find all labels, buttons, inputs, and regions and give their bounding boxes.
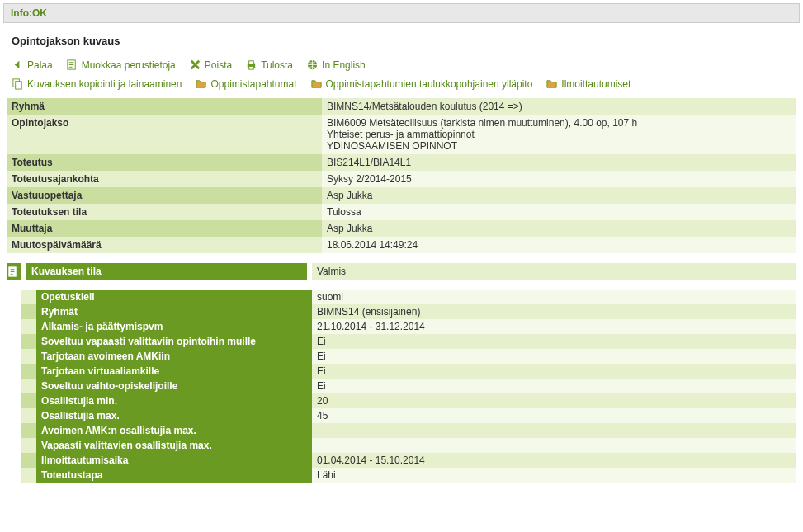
detail-stripe	[21, 438, 36, 453]
detail-label: Soveltuu vapaasti valittaviin opintoihin…	[36, 334, 312, 349]
detail-value: 01.04.2014 - 15.10.2014	[312, 453, 796, 468]
detail-stripe	[21, 319, 36, 334]
detail-stripe	[21, 379, 36, 393]
detail-label: Tarjotaan avoimeen AMKiin	[36, 349, 312, 364]
detail-value: suomi	[312, 290, 796, 304]
delete-icon	[189, 59, 201, 71]
toolbar-row-2: Kuvauksen kopiointi ja lainaaminen Oppim…	[8, 74, 795, 93]
detail-label: Vapaasti valittavien osallistujia max.	[36, 438, 312, 453]
folder-icon	[310, 78, 323, 90]
detail-stripe	[21, 349, 36, 364]
detail-value	[312, 438, 796, 453]
course-label: Opintojakso	[7, 115, 322, 154]
toolbar-row-1: Palaa Muokkaa perustietoja Poista Tulost…	[8, 55, 795, 74]
detail-value: BIMNS14 (ensisijainen)	[312, 304, 796, 319]
period-label: Toteutusajankohta	[7, 171, 322, 187]
detail-label: Osallistujia min.	[36, 393, 312, 408]
course-line2: Yhteiset perus- ja ammattiopinnot	[327, 129, 475, 140]
toolbar: Palaa Muokkaa perustietoja Poista Tulost…	[0, 52, 803, 95]
document-icon	[7, 266, 19, 278]
modifier-label: Muuttaja	[7, 220, 322, 237]
teacher-label: Vastuuopettaja	[7, 187, 322, 204]
back-label: Palaa	[27, 59, 53, 71]
desc-status-value: Valmis	[312, 263, 796, 280]
modified-value: 18.06.2014 14:49:24	[322, 237, 796, 253]
events-table-label: Oppimistapahtumien taulukkopohjainen yll…	[326, 78, 533, 90]
detail-value	[312, 423, 796, 438]
events-label: Oppimistapahtumat	[210, 78, 296, 90]
status-value: Tulossa	[322, 204, 796, 220]
detail-stripe	[21, 290, 36, 304]
folder-icon	[195, 78, 207, 90]
detail-stripe	[21, 393, 36, 408]
desc-status-row: Kuvauksen tila Valmis	[7, 263, 796, 280]
detail-label: Osallistujia max.	[36, 408, 312, 423]
detail-stripe	[21, 304, 36, 319]
detail-stripe	[21, 364, 36, 379]
english-label: In English	[322, 59, 366, 71]
back-link[interactable]: Palaa	[8, 57, 63, 73]
impl-label: Toteutus	[7, 154, 322, 171]
desc-status-label: Kuvauksen tila	[26, 263, 307, 280]
folder-icon	[546, 78, 558, 90]
doc-icon-cell	[7, 263, 21, 280]
enroll-link[interactable]: Ilmoittautumiset	[542, 76, 640, 92]
enroll-label: Ilmoittautumiset	[561, 78, 631, 90]
page-title: Opintojakson kuvaus	[0, 26, 803, 52]
events-table-link[interactable]: Oppimistapahtumien taulukkopohjainen yll…	[307, 76, 543, 92]
english-link[interactable]: In English	[303, 57, 376, 73]
summary-table: Ryhmä BIMNS14/Metsätalouden koulutus (20…	[7, 98, 796, 253]
detail-value: 45	[312, 408, 796, 423]
copy-icon	[12, 78, 24, 90]
detail-label: Alkamis- ja päättymispvm	[36, 319, 312, 334]
svg-rect-3	[249, 66, 254, 69]
detail-stripe	[21, 453, 36, 468]
detail-label: Tarjotaan virtuaaliamkille	[36, 364, 312, 379]
detail-value: Lähi	[312, 468, 796, 483]
copy-label: Kuvauksen kopiointi ja lainaaminen	[27, 78, 182, 90]
info-bar: Info:OK	[3, 3, 800, 23]
print-icon	[245, 59, 257, 71]
course-line3: YDINOSAAMISEN OPINNOT	[327, 140, 457, 152]
detail-label: Avoimen AMK:n osallistujia max.	[36, 423, 312, 438]
back-arrow-icon	[12, 59, 24, 71]
status-label: Toteutuksen tila	[7, 204, 322, 220]
detail-stripe	[21, 334, 36, 349]
detail-value: Ei	[312, 349, 796, 364]
detail-value: 20	[312, 393, 796, 408]
edit-link[interactable]: Muokkaa perustietoja	[63, 57, 186, 73]
detail-table: OpetuskielisuomiRyhmätBIMNS14 (ensisijai…	[7, 290, 796, 483]
course-value: BIM6009 Metsäteollisuus (tarkista nimen …	[322, 115, 796, 154]
detail-stripe	[21, 468, 36, 483]
delete-label: Poista	[205, 59, 232, 71]
detail-stripe	[21, 423, 36, 438]
events-link[interactable]: Oppimistapahtumat	[191, 76, 306, 92]
detail-label: Opetuskieli	[36, 290, 312, 304]
detail-label: Ryhmät	[36, 304, 312, 319]
detail-value: Ei	[312, 364, 796, 379]
course-line1: BIM6009 Metsäteollisuus (tarkista nimen …	[327, 117, 637, 129]
detail-value: 21.10.2014 - 31.12.2014	[312, 319, 796, 334]
svg-rect-2	[249, 61, 254, 64]
detail-stripe	[21, 408, 36, 423]
modified-label: Muutospäivämäärä	[7, 237, 322, 253]
print-label: Tulosta	[261, 59, 293, 71]
detail-label: Toteutustapa	[36, 468, 312, 483]
detail-value: Ei	[312, 379, 796, 393]
edit-label: Muokkaa perustietoja	[82, 59, 176, 71]
group-label: Ryhmä	[7, 98, 322, 115]
period-value: Syksy 2/2014-2015	[322, 171, 796, 187]
svg-rect-6	[16, 82, 22, 89]
detail-value: Ei	[312, 334, 796, 349]
teacher-value: Asp Jukka	[322, 187, 796, 204]
delete-link[interactable]: Poista	[186, 57, 242, 73]
group-value: BIMNS14/Metsätalouden koulutus (2014 =>)	[322, 98, 796, 115]
modifier-value: Asp Jukka	[322, 220, 796, 237]
print-link[interactable]: Tulosta	[242, 57, 303, 73]
globe-icon	[306, 59, 319, 71]
detail-label: Soveltuu vaihto-opiskelijoille	[36, 379, 312, 393]
edit-icon	[66, 59, 78, 71]
detail-label: Ilmoittautumisaika	[36, 453, 312, 468]
impl-value: BIS214L1/BIA14L1	[322, 154, 796, 171]
copy-link[interactable]: Kuvauksen kopiointi ja lainaaminen	[8, 76, 191, 92]
